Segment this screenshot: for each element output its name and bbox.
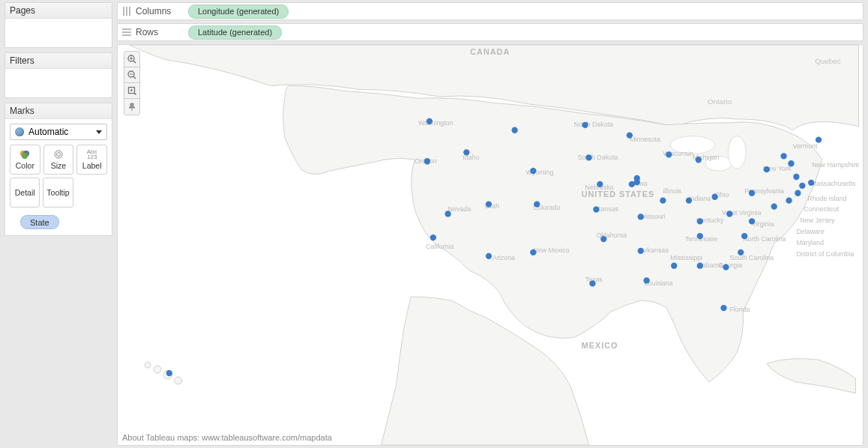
- data-point[interactable]: [723, 264, 729, 270]
- data-point[interactable]: [534, 201, 540, 207]
- state-label: District of Columbia: [796, 250, 854, 258]
- state-label: Virginia: [752, 220, 774, 228]
- data-point[interactable]: [627, 132, 633, 138]
- map-viz[interactable]: +: [117, 44, 864, 446]
- marks-label-button[interactable]: Abc123 Label: [76, 145, 107, 175]
- state-label: Illinois: [663, 187, 681, 195]
- data-point[interactable]: [686, 198, 692, 204]
- data-point[interactable]: [666, 151, 672, 157]
- data-point[interactable]: [589, 280, 595, 286]
- data-point[interactable]: [741, 233, 747, 239]
- state-label: Arizona: [492, 254, 515, 261]
- marks-header: Marks: [5, 103, 112, 119]
- columns-pill-longitude[interactable]: Longitude (generated): [188, 4, 289, 19]
- data-point[interactable]: [726, 211, 732, 217]
- marks-size-button[interactable]: Size: [43, 145, 74, 175]
- zoom-area-button[interactable]: +: [124, 83, 139, 99]
- data-point[interactable]: [430, 234, 436, 240]
- pages-shelf[interactable]: [5, 19, 112, 47]
- columns-shelf[interactable]: Columns Longitude (generated): [117, 2, 864, 20]
- marks-detail-label: Detail: [15, 188, 35, 197]
- data-point[interactable]: [427, 118, 433, 124]
- data-point[interactable]: [788, 160, 794, 166]
- data-point[interactable]: [795, 190, 801, 196]
- detail-pill-state[interactable]: State: [20, 215, 59, 229]
- state-label: Arkansas: [641, 246, 669, 254]
- data-point[interactable]: [749, 218, 755, 224]
- state-label: South Carolina: [729, 254, 774, 261]
- svg-line-13: [134, 93, 136, 95]
- data-point[interactable]: [816, 136, 822, 142]
- data-point[interactable]: [697, 263, 703, 269]
- svg-line-6: [133, 61, 136, 63]
- data-point[interactable]: [660, 198, 666, 204]
- data-point[interactable]: [671, 263, 677, 269]
- data-point[interactable]: [771, 203, 777, 209]
- data-point[interactable]: [634, 175, 640, 181]
- svg-line-10: [133, 76, 136, 79]
- data-point[interactable]: [600, 236, 606, 242]
- marks-tooltip-button[interactable]: Tooltip: [43, 178, 73, 208]
- data-point[interactable]: [585, 154, 591, 160]
- data-point[interactable]: [424, 158, 430, 164]
- data-point[interactable]: [697, 233, 703, 239]
- state-label: Florida: [729, 306, 750, 313]
- svg-point-19: [175, 377, 182, 384]
- data-point[interactable]: [738, 249, 744, 255]
- state-label: Georgia: [719, 261, 743, 269]
- state-label: Massachusetts: [811, 180, 856, 187]
- data-point[interactable]: [593, 206, 599, 212]
- state-label: South Dakota: [578, 154, 618, 161]
- data-point[interactable]: [511, 127, 517, 133]
- map-canvas[interactable]: UNITED STATESMEXICOCANADAOntarioQuebecWa…: [118, 45, 863, 445]
- data-point[interactable]: [463, 149, 469, 155]
- data-point[interactable]: [780, 153, 786, 159]
- state-label: Connecticut: [804, 206, 839, 214]
- sidebar: Pages Filters Marks Automatic: [0, 0, 117, 448]
- label-icon: Abc123: [87, 149, 97, 160]
- map-toolbar: +: [124, 51, 140, 115]
- data-point[interactable]: [644, 277, 650, 283]
- data-point[interactable]: [530, 249, 536, 255]
- marks-detail-button[interactable]: Detail: [10, 178, 40, 208]
- data-point[interactable]: [808, 180, 814, 186]
- data-point[interactable]: [486, 253, 492, 259]
- zoom-out-button[interactable]: [124, 67, 139, 83]
- chevron-down-icon: [96, 130, 102, 134]
- data-point[interactable]: [530, 168, 536, 174]
- data-point[interactable]: [629, 181, 635, 187]
- data-point[interactable]: [799, 183, 805, 189]
- rows-pill-latitude[interactable]: Latitude (generated): [188, 25, 282, 40]
- marks-type-dropdown[interactable]: Automatic: [10, 124, 107, 140]
- data-point[interactable]: [582, 122, 588, 128]
- country-label: MEXICO: [582, 341, 618, 350]
- svg-text:+: +: [130, 88, 133, 93]
- data-point[interactable]: [711, 194, 717, 200]
- data-point[interactable]: [166, 370, 172, 376]
- data-point[interactable]: [696, 157, 702, 163]
- data-point[interactable]: [444, 211, 450, 217]
- data-point[interactable]: [764, 166, 770, 172]
- data-point[interactable]: [638, 214, 644, 220]
- pages-card: Pages: [4, 2, 112, 48]
- data-point[interactable]: [486, 201, 492, 207]
- filters-shelf[interactable]: [5, 69, 112, 97]
- state-label: New Jersey: [800, 217, 835, 224]
- data-point[interactable]: [720, 305, 726, 311]
- state-label: Wyoming: [525, 169, 553, 176]
- rows-shelf[interactable]: Rows Latitude (generated): [117, 23, 864, 41]
- data-point[interactable]: [749, 190, 755, 196]
- size-icon: [53, 149, 64, 160]
- data-point[interactable]: [597, 181, 603, 187]
- svg-point-16: [145, 362, 151, 368]
- state-label: North Carolina: [743, 235, 786, 243]
- zoom-in-button[interactable]: [124, 52, 139, 67]
- data-point[interactable]: [638, 248, 644, 254]
- data-point[interactable]: [786, 198, 792, 204]
- filters-card: Filters: [4, 52, 112, 98]
- data-point[interactable]: [697, 218, 703, 224]
- marks-color-button[interactable]: Color: [10, 145, 40, 175]
- state-label: California: [426, 243, 454, 250]
- pin-button[interactable]: [124, 99, 139, 115]
- data-point[interactable]: [793, 174, 799, 180]
